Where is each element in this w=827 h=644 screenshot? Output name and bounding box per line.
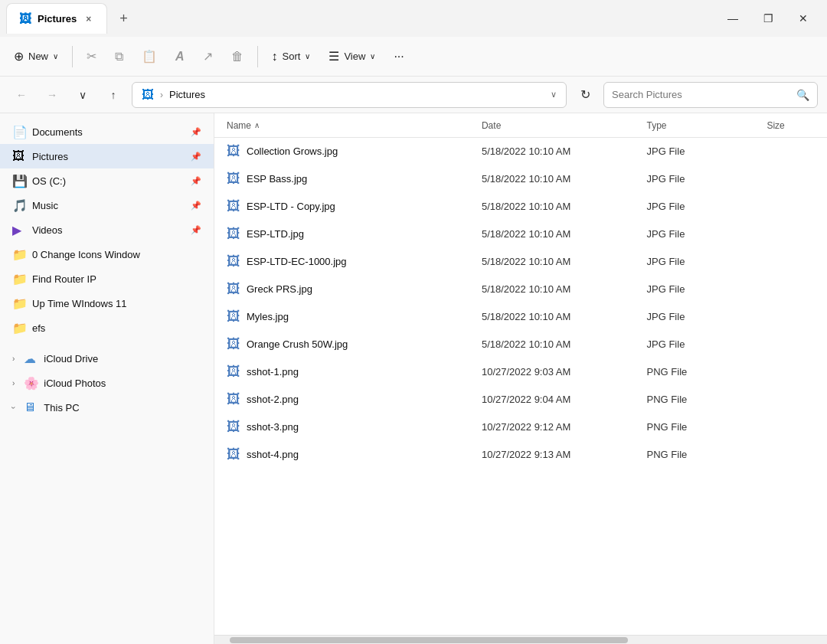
- search-input[interactable]: [612, 89, 792, 100]
- file-name-cell: 🖼 Myles.jpg: [221, 309, 476, 325]
- new-button[interactable]: ⊕ New ∨: [6, 41, 66, 72]
- file-name-text: sshot-1.png: [247, 366, 299, 378]
- back-button[interactable]: ←: [9, 83, 34, 107]
- sidebar-item-efs-label: efs: [32, 322, 45, 334]
- table-row[interactable]: 🖼 Orange Crush 50W.jpg 5/18/2022 10:10 A…: [214, 331, 827, 358]
- file-type-icon: 🖼: [227, 446, 240, 463]
- file-name-text: Orange Crush 50W.jpg: [247, 338, 348, 350]
- file-date-cell: 5/18/2022 10:10 AM: [476, 228, 641, 240]
- table-row[interactable]: 🖼 sshot-2.png 10/27/2022 9:04 AM PNG Fil…: [214, 386, 827, 414]
- sidebar-item-documents-label: Documents: [32, 126, 83, 138]
- delete-button[interactable]: 🗑: [224, 41, 251, 72]
- sidebar-item-find-router[interactable]: 📁 Find Router IP: [0, 266, 214, 291]
- view-icon: ☰: [329, 49, 339, 64]
- pictures-icon: 🖼: [12, 149, 26, 163]
- osc-icon: 💾: [12, 174, 26, 188]
- table-row[interactable]: 🖼 ESP-LTD-EC-1000.jpg 5/18/2022 10:10 AM…: [214, 248, 827, 276]
- table-row[interactable]: 🖼 ESP Bass.jpg 5/18/2022 10:10 AM JPG Fi…: [214, 165, 827, 193]
- sidebar-item-efs[interactable]: 📁 efs: [0, 315, 214, 340]
- sort-label: Sort: [283, 51, 301, 62]
- close-button[interactable]: ✕: [786, 6, 821, 31]
- up-button[interactable]: ↑: [101, 83, 126, 107]
- search-box[interactable]: 🔍: [603, 82, 818, 108]
- file-type-icon: 🖼: [227, 281, 240, 297]
- column-type[interactable]: Type: [641, 120, 761, 131]
- column-type-label: Type: [647, 120, 667, 131]
- sidebar-item-icloud-drive-label: iCloud Drive: [44, 353, 98, 364]
- file-type-cell: JPG File: [641, 338, 761, 350]
- file-name-text: ESP-LTD - Copy.jpg: [247, 201, 335, 212]
- recent-locations-button[interactable]: ∨: [70, 83, 95, 107]
- table-row[interactable]: 🖼 ESP-LTD - Copy.jpg 5/18/2022 10:10 AM …: [214, 193, 827, 221]
- table-row[interactable]: 🖼 Greck PRS.jpg 5/18/2022 10:10 AM JPG F…: [214, 276, 827, 303]
- copy-button[interactable]: ⧉: [107, 41, 131, 72]
- column-name[interactable]: Name ∧: [221, 120, 476, 131]
- paste-button[interactable]: 📋: [134, 41, 165, 72]
- file-type-icon: 🖼: [227, 253, 240, 270]
- documents-pin-icon: 📌: [191, 127, 201, 137]
- more-icon: ···: [394, 50, 404, 64]
- column-date[interactable]: Date: [476, 120, 641, 131]
- active-tab[interactable]: 🖼 Pictures ×: [6, 3, 107, 34]
- file-type-cell: PNG File: [641, 394, 761, 405]
- more-button[interactable]: ···: [386, 41, 411, 72]
- minimize-button[interactable]: —: [715, 6, 750, 31]
- view-dropdown-icon: ∨: [370, 52, 375, 60]
- sidebar-item-osc[interactable]: 💾 OS (C:) 📌: [0, 168, 214, 193]
- path-folder-icon: 🖼: [142, 88, 154, 102]
- file-name-text: Collection Grows.jpg: [247, 145, 338, 157]
- this-pc-expand-icon: ›: [9, 406, 18, 408]
- horizontal-scrollbar-thumb[interactable]: [230, 637, 628, 643]
- forward-button[interactable]: →: [40, 83, 64, 107]
- sort-button[interactable]: ↕ Sort ∨: [264, 41, 319, 72]
- file-name-cell: 🖼 sshot-2.png: [221, 391, 476, 407]
- efs-folder-icon: 📁: [12, 321, 26, 335]
- file-date-cell: 5/18/2022 10:10 AM: [476, 173, 641, 185]
- address-path[interactable]: 🖼 › Pictures ∨: [132, 82, 567, 108]
- sort-icon: ↕: [272, 50, 278, 64]
- column-size[interactable]: Size: [760, 120, 821, 131]
- sidebar-item-this-pc[interactable]: › 🖥 This PC: [0, 395, 214, 420]
- music-icon: 🎵: [12, 198, 26, 213]
- maximize-button[interactable]: ❐: [750, 6, 786, 31]
- sort-ascending-icon: ∧: [254, 121, 260, 129]
- rename-button[interactable]: A: [168, 41, 192, 72]
- file-date-cell: 5/18/2022 10:10 AM: [476, 311, 641, 322]
- sidebar-item-uptime[interactable]: 📁 Up Time WIndows 11: [0, 291, 214, 315]
- view-button[interactable]: ☰ View ∨: [321, 41, 383, 72]
- tab-close-button[interactable]: ×: [83, 12, 94, 26]
- table-row[interactable]: 🖼 sshot-3.png 10/27/2022 9:12 AM PNG Fil…: [214, 414, 827, 441]
- file-name-cell: 🖼 Greck PRS.jpg: [221, 281, 476, 297]
- table-row[interactable]: 🖼 sshot-4.png 10/27/2022 9:13 AM PNG Fil…: [214, 441, 827, 469]
- table-row[interactable]: 🖼 Collection Grows.jpg 5/18/2022 10:10 A…: [214, 138, 827, 165]
- file-date-cell: 5/18/2022 10:10 AM: [476, 283, 641, 295]
- delete-icon: 🗑: [231, 50, 244, 64]
- sidebar-item-change-icons[interactable]: 📁 0 Change Icons Window: [0, 242, 214, 266]
- file-name-text: sshot-2.png: [247, 394, 299, 405]
- new-icon: ⊕: [14, 49, 24, 64]
- videos-pin-icon: 📌: [191, 225, 201, 235]
- this-pc-icon: 🖥: [24, 400, 38, 414]
- address-bar: ← → ∨ ↑ 🖼 › Pictures ∨ ↻ 🔍: [0, 77, 827, 113]
- path-text: Pictures: [169, 89, 205, 100]
- find-router-folder-icon: 📁: [12, 272, 26, 286]
- cut-button[interactable]: ✂: [79, 41, 104, 72]
- refresh-button[interactable]: ↻: [573, 83, 597, 107]
- new-tab-button[interactable]: +: [113, 8, 134, 30]
- table-row[interactable]: 🖼 ESP-LTD.jpg 5/18/2022 10:10 AM JPG Fil…: [214, 221, 827, 248]
- sidebar-item-pictures[interactable]: 🖼 Pictures 📌: [0, 144, 214, 168]
- horizontal-scrollbar[interactable]: [214, 635, 827, 644]
- sidebar: 📄 Documents 📌 🖼 Pictures 📌 💾 OS (C:) 📌 🎵…: [0, 113, 214, 644]
- sidebar-item-icloud-photos[interactable]: › 🌸 iCloud Photos: [0, 371, 214, 395]
- table-row[interactable]: 🖼 Myles.jpg 5/18/2022 10:10 AM JPG File: [214, 303, 827, 331]
- share-button[interactable]: ↗: [195, 41, 221, 72]
- sidebar-item-icloud-drive[interactable]: › ☁ iCloud Drive: [0, 346, 214, 371]
- sidebar-item-documents[interactable]: 📄 Documents 📌: [0, 119, 214, 144]
- column-size-label: Size: [767, 120, 784, 131]
- toolbar-separator-2: [257, 46, 258, 67]
- file-name-cell: 🖼 Orange Crush 50W.jpg: [221, 336, 476, 352]
- sidebar-item-music[interactable]: 🎵 Music 📌: [0, 193, 214, 217]
- file-date-cell: 5/18/2022 10:10 AM: [476, 256, 641, 267]
- table-row[interactable]: 🖼 sshot-1.png 10/27/2022 9:03 AM PNG Fil…: [214, 358, 827, 386]
- sidebar-item-videos[interactable]: ▶ Videos 📌: [0, 217, 214, 242]
